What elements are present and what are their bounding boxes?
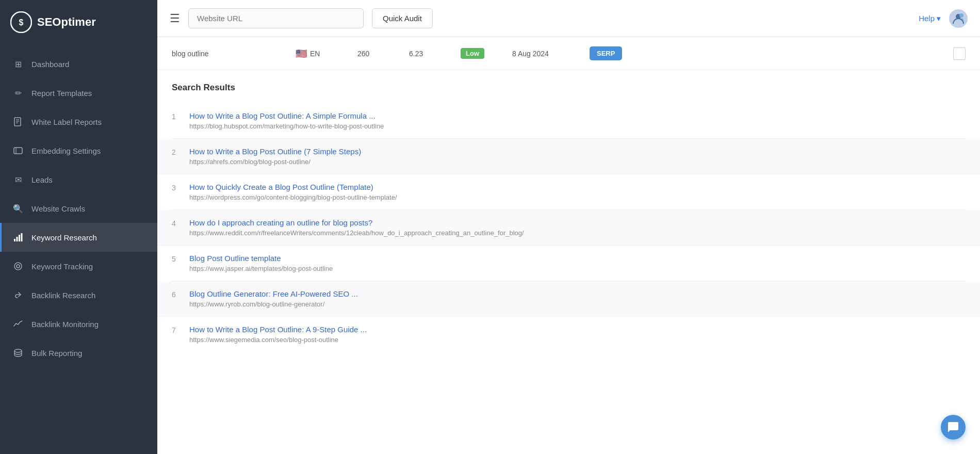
result-title-link[interactable]: How to Write a Blog Post Outline: A Simp… [189, 111, 966, 120]
help-button[interactable]: Help ▾ [919, 14, 941, 23]
url-input[interactable] [188, 8, 364, 28]
result-number: 1 [172, 111, 181, 121]
sidebar-item-label: Leads [31, 175, 53, 184]
svg-rect-9 [17, 237, 18, 241]
result-url: https://www.reddit.com/r/freelanceWriter… [189, 229, 966, 237]
svg-point-13 [17, 265, 20, 268]
result-content: How to Write a Blog Post Outline: A Simp… [189, 111, 966, 130]
sidebar-item-report-templates[interactable]: ✏ Report Templates [0, 78, 157, 107]
result-title-link[interactable]: How to Write a Blog Post Outline: A 9-St… [189, 325, 966, 334]
sidebar-item-keyword-tracking[interactable]: Keyword Tracking [0, 252, 157, 281]
row-checkbox[interactable] [953, 47, 966, 60]
result-number: 3 [172, 183, 181, 192]
result-number: 4 [172, 218, 181, 228]
result-number: 6 [172, 289, 181, 299]
chat-icon [947, 421, 959, 433]
sidebar-item-backlink-monitoring[interactable]: Backlink Monitoring [0, 310, 157, 338]
result-title-link[interactable]: Blog Post Outline template [189, 254, 966, 263]
svg-point-16 [959, 13, 963, 18]
sidebar-nav: ⊞ Dashboard ✏ Report Templates White Lab… [0, 44, 157, 372]
sidebar-item-label: Bulk Reporting [31, 349, 82, 358]
result-content: How do I approach creating an outline fo… [189, 218, 966, 237]
result-item-6: 6 Blog Outline Generator: Free AI-Powere… [157, 281, 980, 317]
svg-rect-11 [21, 233, 23, 241]
result-title-link[interactable]: How to Write a Blog Post Outline (7 Simp… [189, 147, 966, 156]
search-results-section: Search Results 1 How to Write a Blog Pos… [157, 70, 980, 364]
keyword-research-icon [13, 232, 23, 242]
report-templates-icon: ✏ [13, 88, 23, 98]
sidebar-item-embedding-settings[interactable]: Embedding Settings [0, 136, 157, 165]
result-content: How to Quickly Create a Blog Post Outlin… [189, 183, 966, 201]
search-volume-cell: 260 [357, 50, 399, 58]
sidebar-item-label: Embedding Settings [31, 147, 101, 155]
main-content: ☰ Quick Audit Help ▾ blog outline 🇺🇸 EN [157, 0, 980, 454]
result-title-link[interactable]: How to Quickly Create a Blog Post Outlin… [189, 183, 966, 191]
keyword-flag-cell: 🇺🇸 EN [296, 48, 347, 59]
result-number: 7 [172, 325, 181, 334]
search-results-title: Search Results [172, 83, 966, 93]
svg-rect-10 [19, 235, 20, 241]
date-cell: 8 Aug 2024 [512, 50, 579, 58]
backlink-monitoring-icon [13, 319, 23, 329]
result-content: How to Write a Blog Post Outline: A 9-St… [189, 325, 966, 344]
leads-icon: ✉ [13, 174, 23, 185]
result-title-link[interactable]: How do I approach creating an outline fo… [189, 218, 966, 227]
page-content: blog outline 🇺🇸 EN 260 6.23 Low 8 Aug 20… [157, 37, 980, 454]
keyword-name-cell: blog outline [172, 50, 285, 58]
result-url: https://www.jasper.ai/templates/blog-pos… [189, 265, 966, 272]
help-chevron-icon: ▾ [937, 14, 941, 23]
chat-bubble-button[interactable] [941, 415, 966, 440]
sidebar: $ SEOptimer ⊞ Dashboard ✏ Report Templat… [0, 0, 157, 454]
user-avatar[interactable] [949, 9, 968, 28]
sidebar-item-dashboard[interactable]: ⊞ Dashboard [0, 50, 157, 78]
result-content: Blog Post Outline template https://www.j… [189, 254, 966, 272]
bulk-reporting-icon [13, 348, 23, 358]
sidebar-item-label: Website Crawls [31, 204, 85, 213]
low-competition-badge: Low [461, 48, 484, 59]
result-url: https://wordpress.com/go/content-bloggin… [189, 193, 966, 201]
difficulty-score-cell: 6.23 [409, 50, 450, 58]
language-code: EN [310, 50, 320, 58]
keyword-data-row: blog outline 🇺🇸 EN 260 6.23 Low 8 Aug 20… [157, 37, 980, 70]
sidebar-item-backlink-research[interactable]: Backlink Research [0, 281, 157, 310]
sidebar-item-label: Keyword Research [31, 233, 97, 242]
result-url: https://ahrefs.com/blog/blog-post-outlin… [189, 158, 966, 166]
hamburger-menu-button[interactable]: ☰ [170, 12, 180, 25]
result-item-1: 1 How to Write a Blog Post Outline: A Si… [172, 103, 966, 139]
sidebar-item-leads[interactable]: ✉ Leads [0, 165, 157, 194]
serp-button[interactable]: SERP [590, 46, 622, 60]
quick-audit-button[interactable]: Quick Audit [372, 8, 433, 28]
help-label: Help [919, 14, 935, 23]
sidebar-item-bulk-reporting[interactable]: Bulk Reporting [0, 338, 157, 367]
result-url: https://blog.hubspot.com/marketing/how-t… [189, 122, 966, 130]
result-item-7: 7 How to Write a Blog Post Outline: A 9-… [172, 317, 966, 352]
app-header: ☰ Quick Audit Help ▾ [157, 0, 980, 37]
result-number: 2 [172, 147, 181, 156]
website-crawls-icon: 🔍 [13, 203, 23, 214]
sidebar-item-keyword-research[interactable]: Keyword Research [0, 223, 157, 252]
sidebar-logo: $ SEOptimer [0, 0, 157, 44]
svg-point-14 [14, 349, 22, 352]
result-content: Blog Outline Generator: Free AI-Powered … [189, 289, 966, 308]
result-number: 5 [172, 254, 181, 263]
result-item-4: 4 How do I approach creating an outline … [157, 210, 980, 246]
sidebar-logo-text: SEOptimer [37, 15, 96, 29]
result-title-link[interactable]: Blog Outline Generator: Free AI-Powered … [189, 289, 966, 298]
results-list: 1 How to Write a Blog Post Outline: A Si… [172, 103, 966, 352]
result-content: How to Write a Blog Post Outline (7 Simp… [189, 147, 966, 166]
sidebar-item-white-label-reports[interactable]: White Label Reports [0, 107, 157, 136]
backlink-research-icon [13, 290, 23, 300]
result-item-3: 3 How to Quickly Create a Blog Post Outl… [172, 174, 966, 210]
svg-rect-2 [14, 118, 21, 126]
result-item-5: 5 Blog Post Outline template https://www… [172, 246, 966, 281]
svg-rect-6 [14, 148, 22, 154]
result-url: https://www.ryrob.com/blog-outline-gener… [189, 300, 966, 308]
dashboard-icon: ⊞ [13, 59, 23, 69]
sidebar-item-website-crawls[interactable]: 🔍 Website Crawls [0, 194, 157, 223]
embedding-icon [13, 145, 23, 156]
keyword-tracking-icon [13, 261, 23, 271]
seoptimer-logo-icon: $ [10, 11, 32, 33]
sidebar-item-label: White Label Reports [31, 118, 102, 126]
sidebar-item-label: Dashboard [31, 60, 69, 69]
svg-point-12 [14, 263, 22, 270]
